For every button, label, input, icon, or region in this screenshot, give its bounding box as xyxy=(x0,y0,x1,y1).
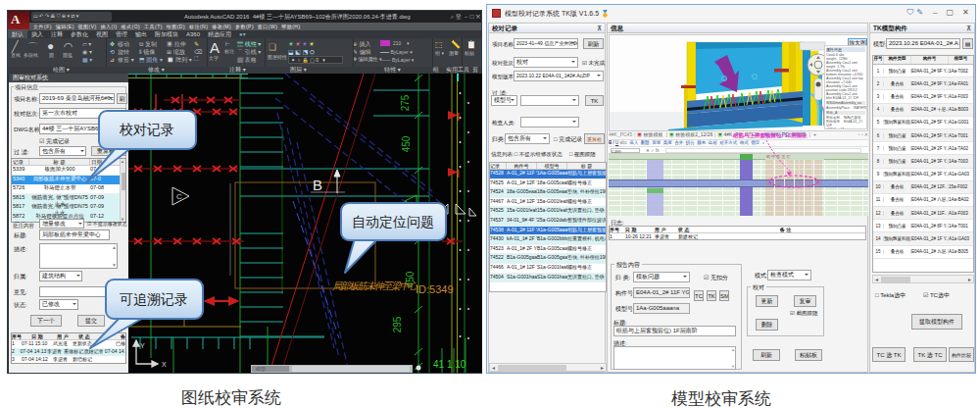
svg-text:295: 295 xyxy=(392,316,403,332)
svg-text:41 1 10: 41 1 10 xyxy=(433,359,466,370)
svg-text:B: B xyxy=(313,177,322,193)
svg-text:275: 275 xyxy=(400,94,411,111)
svg-text:模型: 模型 xyxy=(256,366,266,373)
svg-text:Y: Y xyxy=(140,342,145,349)
svg-text:C: C xyxy=(176,192,182,201)
svg-text:450: 450 xyxy=(401,135,412,152)
svg-text:局部板筋未伸至梁中心: 局部板筋未伸至梁中心 xyxy=(332,280,418,291)
svg-text:X: X xyxy=(162,361,167,368)
svg-text:ID:5349: ID:5349 xyxy=(416,283,454,295)
